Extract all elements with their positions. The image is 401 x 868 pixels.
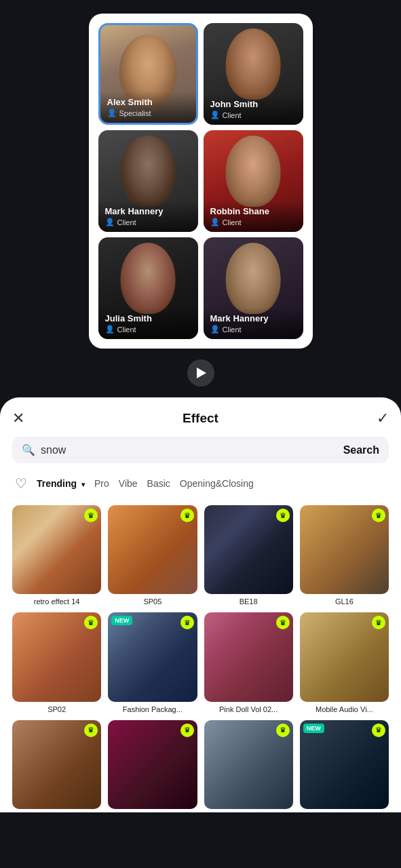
person-overlay-mark: Mark Hannery 👤 Client — [98, 201, 198, 232]
effect-item-pinkdoll[interactable]: ♛ Pink Doll Vol 02... — [204, 612, 293, 713]
person-icon-mark2: 👤 — [210, 325, 220, 334]
crown-badge-gl16: ♛ — [372, 509, 385, 522]
person-name-robbin: Robbin Shane — [210, 206, 297, 216]
play-icon — [197, 368, 206, 378]
effect-label-retro14: retro effect 14 — [12, 597, 101, 606]
tab-opening[interactable]: Opening&Closing — [177, 474, 256, 493]
crown-badge-be18: ♛ — [276, 509, 290, 522]
effect-thumb-gl16: ♛ — [300, 505, 389, 594]
crown-badge-row3b: ♛ — [180, 724, 194, 737]
person-icon-julia: 👤 — [105, 325, 115, 334]
person-role-alex: 👤 Specialist — [107, 108, 189, 117]
effect-item-gl16[interactable]: ♛ GL16 — [300, 505, 389, 606]
filter-tabs: ♡ Trending ▾ Pro Vibe Basic Opening&Clos… — [12, 474, 389, 496]
person-icon-mark: 👤 — [105, 218, 115, 226]
person-role-julia: 👤 Client — [105, 325, 191, 334]
crown-badge: ♛ — [84, 509, 98, 522]
person-overlay-alex: Alex Smith 👤 Specialist — [100, 92, 196, 123]
play-button[interactable] — [187, 359, 214, 387]
effect-label-sp02: SP02 — [12, 705, 101, 713]
effect-item-mobile[interactable]: ♛ Mobile Audio Vi... — [300, 612, 389, 713]
person-overlay-john: John Smith 👤 Client — [204, 94, 303, 125]
person-role-john: 👤 Client — [210, 111, 297, 119]
effect-thumb-sp02: ♛ — [12, 612, 101, 701]
effect-label-fashion: Fashion Packag... — [108, 705, 197, 713]
effect-thumb-mobile: ♛ — [300, 612, 389, 701]
person-role-mark2: 👤 Client — [210, 325, 297, 334]
effect-thumb-sp05: ♛ — [108, 505, 197, 594]
person-overlay-julia: Julia Smith 👤 Client — [98, 308, 198, 339]
person-name-alex: Alex Smith — [107, 97, 189, 107]
effect-item-be18[interactable]: ♛ BE18 — [204, 505, 293, 606]
person-card-alex[interactable]: Alex Smith 👤 Specialist — [98, 23, 198, 125]
person-card-julia[interactable]: Julia Smith 👤 Client — [98, 237, 198, 339]
effect-thumb-pinkdoll: ♛ — [204, 612, 293, 701]
search-button[interactable]: Search — [343, 444, 379, 456]
effect-thumb-retro14: ♛ — [12, 505, 101, 594]
effect-item-sp05[interactable]: ♛ SP05 — [108, 505, 197, 606]
play-button-wrap — [187, 359, 214, 387]
effect-label-pinkdoll: Pink Doll Vol 02... — [204, 705, 293, 713]
effect-label-be18: BE18 — [204, 597, 293, 606]
confirm-button[interactable]: ✓ — [377, 411, 389, 426]
person-icon-alex: 👤 — [107, 108, 117, 117]
tab-basic[interactable]: Basic — [145, 474, 173, 493]
persons-grid: Alex Smith 👤 Specialist John Smith 👤 Cli… — [98, 23, 303, 339]
effect-label-sp05: SP05 — [108, 597, 197, 606]
effect-panel: ✕ Effect ✓ 🔍 Search ♡ Trending ▾ Pro Vib… — [0, 397, 401, 812]
effect-thumb-be18: ♛ — [204, 505, 293, 594]
person-role-mark: 👤 Client — [105, 218, 191, 226]
tab-trending[interactable]: Trending ▾ — [34, 474, 88, 493]
effect-item-row3d[interactable]: ♛ NEW — [300, 720, 389, 812]
new-badge-row3d: NEW — [303, 724, 324, 733]
effect-thumb-row3c: ♛ — [204, 720, 293, 809]
person-role-robbin: 👤 Client — [210, 218, 297, 226]
search-icon: 🔍 — [22, 443, 35, 456]
new-badge-fashion: NEW — [111, 616, 132, 625]
tab-vibe[interactable]: Vibe — [116, 474, 140, 493]
person-name-mark: Mark Hannery — [105, 206, 191, 216]
effect-thumb-fashion: ♛ NEW — [108, 612, 197, 701]
person-card-john[interactable]: John Smith 👤 Client — [204, 23, 303, 125]
crown-badge-fashion: ♛ — [180, 616, 194, 629]
crown-badge-row3d: ♛ — [372, 724, 385, 737]
person-name-john: John Smith — [210, 99, 297, 109]
effect-item-row3c[interactable]: ♛ — [204, 720, 293, 812]
effect-thumb-row3a: ♛ — [12, 720, 101, 809]
crown-badge-row3c: ♛ — [276, 724, 290, 737]
card-container: Alex Smith 👤 Specialist John Smith 👤 Cli… — [89, 14, 313, 349]
crown-badge-mobile: ♛ — [372, 616, 385, 629]
person-overlay-robbin: Robbin Shane 👤 Client — [204, 201, 303, 232]
favorites-tab[interactable]: ♡ — [12, 474, 30, 493]
effect-thumb-row3b: ♛ — [108, 720, 197, 809]
top-area: Alex Smith 👤 Specialist John Smith 👤 Cli… — [0, 0, 401, 397]
crown-badge-pinkdoll: ♛ — [276, 616, 290, 629]
person-icon-john: 👤 — [210, 111, 220, 119]
person-name-mark2: Mark Hannery — [210, 313, 297, 323]
effect-grid: ♛ retro effect 14 ♛ SP05 ♛ BE18 ♛ GL16 — [12, 505, 389, 812]
crown-badge-sp02: ♛ — [84, 616, 98, 629]
effect-title: Effect — [183, 411, 218, 426]
crown-badge-row3a: ♛ — [84, 724, 98, 737]
effect-header: ✕ Effect ✓ — [12, 411, 389, 426]
effect-label-mobile: Mobile Audio Vi... — [300, 705, 389, 713]
effect-item-fashion[interactable]: ♛ NEW Fashion Packag... — [108, 612, 197, 713]
effect-thumb-row3d: ♛ NEW — [300, 720, 389, 809]
crown-badge-sp05: ♛ — [180, 509, 194, 522]
search-input[interactable] — [41, 444, 343, 456]
effect-item-sp02[interactable]: ♛ SP02 — [12, 612, 101, 713]
person-card-robbin[interactable]: Robbin Shane 👤 Client — [204, 130, 303, 232]
person-icon-robbin: 👤 — [210, 218, 220, 226]
effect-item-retro14[interactable]: ♛ retro effect 14 — [12, 505, 101, 606]
search-bar: 🔍 Search — [12, 437, 389, 463]
person-name-julia: Julia Smith — [105, 313, 191, 323]
close-button[interactable]: ✕ — [12, 411, 24, 426]
person-card-mark2[interactable]: Mark Hannery 👤 Client — [204, 237, 303, 339]
effect-item-row3a[interactable]: ♛ — [12, 720, 101, 812]
tab-pro[interactable]: Pro — [92, 474, 112, 493]
effect-item-row3b[interactable]: ♛ — [108, 720, 197, 812]
effect-label-gl16: GL16 — [300, 597, 389, 606]
person-overlay-mark2: Mark Hannery 👤 Client — [204, 308, 303, 339]
person-card-mark-hannery[interactable]: Mark Hannery 👤 Client — [98, 130, 198, 232]
